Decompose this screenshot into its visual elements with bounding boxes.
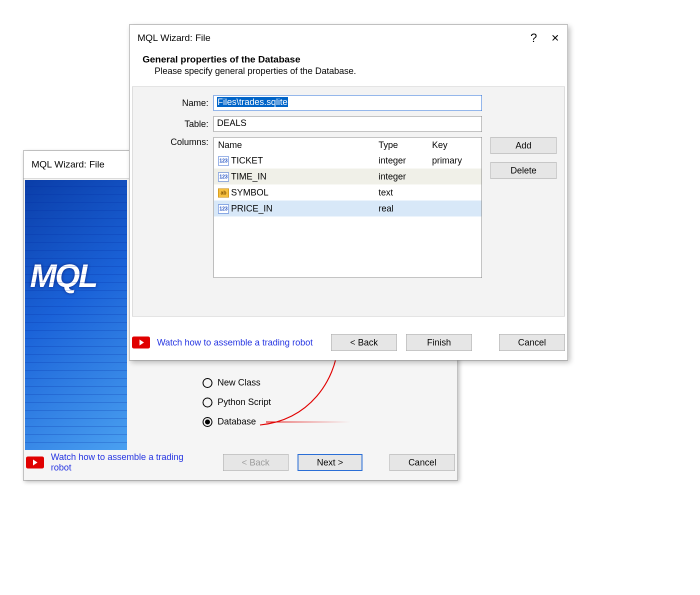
finish-button[interactable]: Finish: [406, 334, 472, 351]
watch-video-link[interactable]: Watch how to assemble a trading robot: [132, 336, 313, 348]
wizard-options: New Class Python Script Database: [202, 378, 351, 427]
col-key-header[interactable]: Key: [428, 138, 482, 152]
radio-label: Database: [218, 416, 256, 427]
watch-video-label: Watch how to assemble a trading robot: [51, 452, 205, 473]
header-block: General properties of the Database Pleas…: [130, 51, 568, 86]
cell-type: integer: [374, 152, 428, 168]
cell-type: text: [374, 184, 428, 200]
bottom-bar: Watch how to assemble a trading robot < …: [132, 329, 565, 356]
table-row[interactable]: TIME_INinteger: [214, 168, 482, 184]
back-button: < Back: [223, 454, 288, 471]
delete-button[interactable]: Delete: [490, 162, 556, 179]
col-type-header[interactable]: Type: [374, 138, 428, 152]
radio-dot-selected: [202, 417, 212, 427]
name-label: Name:: [164, 98, 214, 108]
page-title: General properties of the Database: [142, 54, 552, 65]
columns-table: Name Type Key TICKETintegerprimaryTIME_I…: [214, 138, 482, 216]
table-label: Table:: [164, 119, 214, 130]
cancel-button[interactable]: Cancel: [499, 334, 565, 351]
wizard-dialog-front: MQL Wizard: File ? ✕ General properties …: [129, 24, 568, 360]
table-row[interactable]: PRICE_INreal: [214, 200, 482, 216]
table-field[interactable]: DEALS: [214, 116, 482, 132]
cell-key: [428, 168, 482, 184]
number-type-icon: [218, 172, 229, 182]
number-type-icon: [218, 156, 229, 166]
page-subtitle: Please specify general properties of the…: [154, 66, 552, 76]
name-field[interactable]: Files\trades.sqlite: [214, 95, 482, 111]
cancel-button[interactable]: Cancel: [390, 454, 455, 471]
table-header-row: Name Type Key: [214, 138, 482, 152]
window-title: MQL Wizard: File: [138, 32, 210, 44]
columns-label: Columns:: [164, 137, 214, 148]
window-title: MQL Wizard: File: [32, 159, 104, 170]
col-name-header[interactable]: Name: [214, 138, 374, 152]
columns-grid[interactable]: Name Type Key TICKETintegerprimaryTIME_I…: [214, 137, 482, 278]
back-button[interactable]: < Back: [331, 334, 397, 351]
youtube-icon: [26, 456, 44, 468]
add-button[interactable]: Add: [490, 137, 556, 154]
cell-name: SYMBOL: [231, 188, 268, 198]
next-button[interactable]: Next >: [298, 454, 363, 471]
text-type-icon: [218, 188, 229, 198]
radio-new-class[interactable]: New Class: [202, 378, 351, 388]
watch-video-link[interactable]: Watch how to assemble a trading robot: [26, 452, 205, 473]
cell-name: TICKET: [231, 156, 263, 166]
cell-type: real: [374, 200, 428, 216]
cell-type: integer: [374, 168, 428, 184]
radio-label: New Class: [218, 378, 260, 388]
titlebar-actions: ? ✕: [530, 31, 560, 45]
radio-python-script[interactable]: Python Script: [202, 397, 351, 408]
radio-dot: [202, 398, 212, 408]
grid-side-buttons: Add Delete: [490, 137, 556, 179]
table-row[interactable]: TICKETintegerprimary: [214, 152, 482, 168]
cell-name: PRICE_IN: [231, 204, 272, 214]
cell-key: [428, 200, 482, 216]
wizard-banner: MQL: [25, 180, 127, 450]
highlight-line: [266, 422, 351, 422]
cell-key: [428, 184, 482, 200]
cell-name: TIME_IN: [231, 172, 266, 182]
radio-label: Python Script: [218, 397, 271, 408]
titlebar: MQL Wizard: File ? ✕: [130, 25, 568, 51]
help-icon[interactable]: ?: [530, 31, 537, 45]
table-row[interactable]: SYMBOLtext: [214, 184, 482, 200]
bottom-bar: Watch how to assemble a trading robot < …: [26, 449, 455, 476]
radio-dot: [202, 378, 212, 388]
number-type-icon: [218, 204, 229, 214]
watch-video-label: Watch how to assemble a trading robot: [157, 338, 313, 348]
youtube-icon: [132, 336, 150, 348]
close-icon[interactable]: ✕: [551, 32, 560, 44]
mql-logo: MQL: [30, 258, 96, 294]
form-panel: Name: Files\trades.sqlite Table: DEALS C…: [132, 86, 565, 316]
cell-key: primary: [428, 152, 482, 168]
radio-database[interactable]: Database: [202, 416, 351, 427]
